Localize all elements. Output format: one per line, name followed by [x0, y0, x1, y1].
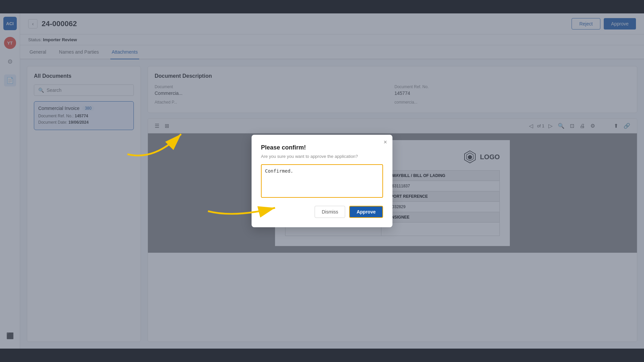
- modal-title: Please confirm!: [261, 144, 383, 151]
- modal-textarea[interactable]: Confirmed.: [261, 164, 383, 198]
- modal-overlay: × Please confirm! Are you sure you want …: [0, 0, 644, 362]
- modal-actions: Dismiss Approve: [261, 206, 383, 218]
- confirm-modal: × Please confirm! Are you sure you want …: [252, 135, 392, 227]
- modal-dismiss-button[interactable]: Dismiss: [315, 206, 345, 218]
- modal-subtitle: Are you sure you want to approve the app…: [261, 154, 383, 159]
- modal-close-button[interactable]: ×: [383, 139, 387, 146]
- modal-approve-button[interactable]: Approve: [349, 206, 383, 218]
